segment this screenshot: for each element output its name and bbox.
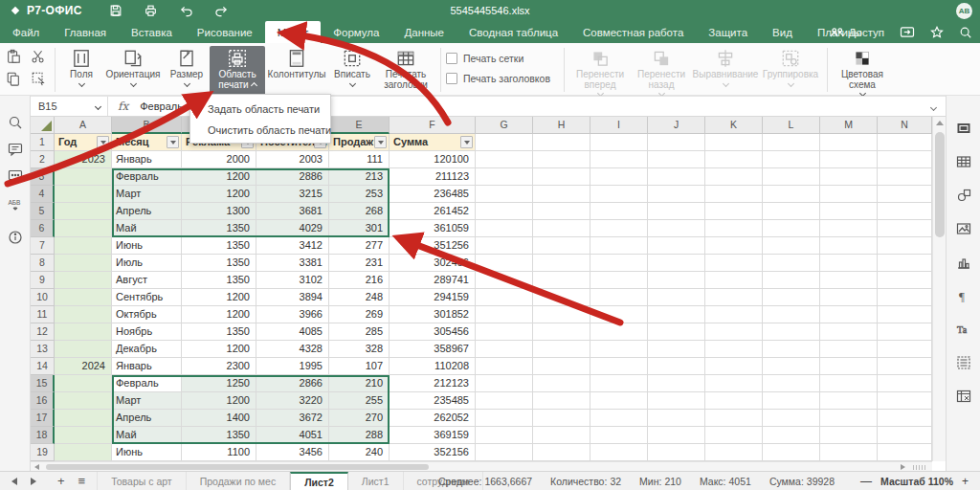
cell-E13[interactable]: 328	[329, 341, 390, 358]
cell-I15[interactable]	[590, 375, 648, 392]
cell-C11[interactable]: 1200	[182, 306, 256, 323]
cell-J10[interactable]	[648, 289, 705, 306]
cell-I6[interactable]	[590, 220, 648, 237]
cell-M15[interactable]	[820, 375, 878, 392]
cell-B12[interactable]: Ноябрь	[112, 323, 182, 341]
cell-B17[interactable]: Апрель	[112, 410, 182, 427]
orientation-button[interactable]: Ориентация	[102, 46, 164, 96]
slicer-settings-icon[interactable]	[956, 355, 971, 370]
cell-F19[interactable]: 352156	[390, 444, 476, 461]
row-header-15[interactable]: 15	[31, 375, 55, 392]
cell-C9[interactable]: 1350	[182, 272, 256, 289]
cell-M13[interactable]	[820, 341, 878, 358]
cell-C12[interactable]: 1350	[182, 323, 256, 341]
cell-N15[interactable]	[878, 375, 932, 392]
margins-button[interactable]: Поля	[60, 46, 102, 96]
cell-H2[interactable]	[533, 151, 590, 168]
cell-I3[interactable]	[590, 168, 648, 186]
cell-D2[interactable]: 2003	[256, 151, 329, 168]
sheet-tab-Товары с арт[interactable]: Товары с арт	[97, 472, 186, 490]
cell-H3[interactable]	[533, 168, 590, 186]
cell-G11[interactable]	[476, 306, 533, 323]
cell-C18[interactable]: 1350	[182, 427, 256, 444]
cell-H4[interactable]	[533, 186, 590, 203]
filter-button-F1[interactable]	[460, 136, 473, 148]
cell-N2[interactable]	[878, 151, 932, 168]
cell-A4[interactable]	[55, 186, 112, 203]
cell-G7[interactable]	[476, 237, 533, 255]
cell-K18[interactable]	[705, 427, 763, 444]
cell-I9[interactable]	[590, 272, 648, 289]
cell-B18[interactable]: Май	[112, 427, 182, 444]
cell-K19[interactable]	[705, 444, 763, 461]
cell-G10[interactable]	[476, 289, 533, 306]
cell-C13[interactable]: 1200	[182, 341, 256, 358]
cell-name-box[interactable]: B15	[31, 97, 108, 116]
row-header-1[interactable]: 1	[31, 134, 55, 151]
cell-C7[interactable]: 1350	[182, 237, 256, 255]
cell-D15[interactable]: 2866	[256, 375, 329, 392]
cell-E4[interactable]: 253	[329, 186, 390, 203]
cell-L6[interactable]	[763, 220, 820, 237]
cell-G13[interactable]	[476, 341, 533, 358]
cell-E14[interactable]: 107	[329, 358, 390, 375]
text-art-settings-icon[interactable]: Та	[956, 322, 971, 337]
search-icon[interactable]	[959, 26, 972, 39]
cell-F1[interactable]: Сумма	[390, 134, 476, 151]
cell-D12[interactable]: 4085	[256, 323, 329, 341]
cell-B9[interactable]: Август	[112, 272, 182, 289]
cell-M7[interactable]	[820, 237, 878, 255]
menu-insert[interactable]: Вставка	[119, 21, 185, 43]
cell-H9[interactable]	[533, 272, 590, 289]
cut-icon[interactable]	[31, 49, 46, 64]
cell-D3[interactable]: 2886	[256, 168, 329, 186]
cell-B4[interactable]: Март	[112, 186, 182, 203]
cell-J6[interactable]	[648, 220, 705, 237]
cell-N19[interactable]	[878, 444, 932, 461]
cell-G1[interactable]	[476, 134, 533, 151]
cell-H13[interactable]	[533, 341, 590, 358]
image-settings-icon[interactable]	[956, 221, 971, 236]
cell-H16[interactable]	[533, 392, 590, 410]
add-sheet-button[interactable]: +	[57, 473, 65, 490]
cell-A12[interactable]	[55, 323, 112, 341]
cell-C4[interactable]: 1200	[182, 186, 256, 203]
cell-L11[interactable]	[763, 306, 820, 323]
expand-formula-bar-button[interactable]	[931, 100, 946, 112]
cell-H15[interactable]	[533, 375, 590, 392]
cell-E5[interactable]: 268	[329, 203, 390, 220]
column-header-A[interactable]: A	[55, 117, 112, 134]
cell-J9[interactable]	[648, 272, 705, 289]
copy-style-icon[interactable]	[31, 71, 46, 86]
undo-icon[interactable]	[179, 5, 193, 17]
cell-L19[interactable]	[763, 444, 820, 461]
cell-E2[interactable]: 111	[329, 151, 390, 168]
cell-I8[interactable]	[590, 255, 648, 272]
cell-L18[interactable]	[763, 427, 820, 444]
copy-icon[interactable]	[6, 71, 21, 86]
cell-E3[interactable]: 213	[329, 168, 390, 186]
cell-M2[interactable]	[820, 151, 878, 168]
cell-K11[interactable]	[705, 306, 763, 323]
cell-F3[interactable]: 211123	[390, 168, 476, 186]
cell-A7[interactable]	[55, 237, 112, 255]
cell-B2[interactable]: Январь	[112, 151, 182, 168]
menu-formula[interactable]: Формула	[321, 21, 391, 43]
cell-J5[interactable]	[648, 203, 705, 220]
cell-K1[interactable]	[705, 134, 763, 151]
menu-file[interactable]: Файл	[0, 21, 52, 43]
cell-N11[interactable]	[878, 306, 932, 323]
cell-K3[interactable]	[705, 168, 763, 186]
cell-B5[interactable]: Апрель	[112, 203, 182, 220]
cell-B14[interactable]: Январь	[112, 358, 182, 375]
cell-D19[interactable]: 3456	[256, 444, 329, 461]
filter-button-E1[interactable]	[374, 136, 387, 148]
cell-A1[interactable]: Год	[55, 134, 112, 151]
cell-A14[interactable]: 2024	[55, 358, 112, 375]
cell-L15[interactable]	[763, 375, 820, 392]
favorites-star-icon[interactable]	[930, 26, 944, 38]
cell-I5[interactable]	[590, 203, 648, 220]
horizontal-scroll-thumb[interactable]	[46, 464, 429, 470]
cell-F5[interactable]: 261452	[390, 203, 476, 220]
cell-F14[interactable]: 110208	[390, 358, 476, 375]
